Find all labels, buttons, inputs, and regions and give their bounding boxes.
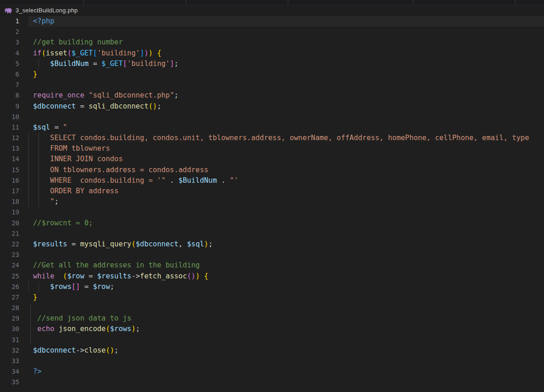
code-token-b1: ) (196, 272, 200, 280)
code-line-content[interactable]: "; (28, 196, 544, 207)
line-number[interactable]: 11 (0, 122, 28, 133)
code-line-content[interactable]: ON tblowners.address = condos.address (28, 165, 544, 175)
indent-guide (28, 143, 29, 154)
code-line-content[interactable]: $BuildNum = $_GET['building']; (28, 59, 544, 69)
code-line-content[interactable]: //Get all the addresses in the building (28, 260, 544, 271)
code-token-sg: $_GET (71, 49, 93, 57)
line-number[interactable]: 34 (0, 366, 28, 377)
line-number[interactable]: 28 (0, 303, 28, 313)
code-token-tag: <?php (33, 17, 55, 25)
code-line: 1<?php (0, 16, 544, 27)
code-token-fn: close (84, 346, 106, 354)
code-line-content[interactable]: SELECT condos.building, condos.unit, tbl… (28, 133, 544, 143)
code-token-op: . (165, 176, 178, 185)
line-number[interactable]: 1 (0, 16, 28, 27)
line-number[interactable]: 7 (0, 80, 28, 90)
code-token-fn: fetch_assoc (140, 272, 187, 280)
line-number[interactable]: 6 (0, 69, 28, 80)
code-line-content[interactable]: $results = mysqli_query($dbconnect, $sql… (28, 239, 544, 250)
code-line-content[interactable] (28, 229, 544, 239)
code-token-var: $sql (187, 240, 204, 248)
line-number[interactable]: 10 (0, 112, 28, 122)
code-line-content[interactable]: require_once "sqli_dbconnect.php"; (28, 90, 544, 101)
code-line-content[interactable]: <?php (28, 16, 544, 27)
line-number[interactable]: 30 (0, 324, 28, 334)
code-line-content[interactable]: //send json data to js (28, 313, 544, 324)
code-editor[interactable]: 1<?php23//get building number4if(isset($… (0, 16, 544, 388)
line-number[interactable]: 27 (0, 292, 28, 303)
code-line-content[interactable] (28, 303, 544, 313)
top-strip-separator (83, 0, 84, 5)
code-line-content[interactable]: while ($row = $results->fetch_assoc()) { (28, 271, 544, 282)
line-number[interactable]: 12 (0, 133, 28, 143)
code-line-content[interactable]: WHERE condos.building = '" . $BuildNum .… (28, 175, 544, 186)
line-number[interactable]: 4 (0, 48, 28, 59)
code-line: 23 (0, 250, 544, 260)
line-number[interactable]: 25 (0, 271, 28, 282)
line-number[interactable]: 16 (0, 175, 28, 186)
code-line-content[interactable]: echo json_encode($rows); (28, 324, 544, 334)
code-line-content[interactable]: ORDER BY address (28, 186, 544, 196)
line-number[interactable]: 8 (0, 90, 28, 101)
code-line-content[interactable] (28, 356, 544, 366)
line-number[interactable]: 31 (0, 335, 28, 345)
code-line-content[interactable] (28, 335, 544, 345)
code-line-content[interactable]: //$rowcnt = 0; (28, 218, 544, 229)
line-number[interactable]: 9 (0, 101, 28, 112)
line-number[interactable]: 32 (0, 345, 28, 356)
code-line-content[interactable] (28, 207, 544, 218)
code-token-cm: //$rowcnt = 0; (33, 219, 93, 227)
line-number[interactable]: 5 (0, 59, 28, 69)
code-line-content[interactable]: } (28, 292, 544, 303)
line-number[interactable]: 13 (0, 143, 28, 154)
code-line-content[interactable]: INNER JOIN condos (28, 154, 544, 164)
indent-guide (38, 196, 39, 207)
code-line-content[interactable]: $rows[] = $row; (28, 282, 544, 292)
code-token-op: = (88, 60, 101, 68)
line-number[interactable]: 20 (0, 218, 28, 229)
code-line-content[interactable] (28, 80, 544, 90)
indent-guide (38, 165, 39, 175)
line-number[interactable]: 17 (0, 186, 28, 196)
line-number[interactable]: 33 (0, 356, 28, 366)
code-line-content[interactable] (28, 250, 544, 260)
code-line-content[interactable]: $sql = " (28, 122, 544, 133)
code-line-content[interactable]: $dbconnect->close(); (28, 345, 544, 356)
code-token-b1: ) (132, 325, 136, 333)
code-line-content[interactable] (28, 112, 544, 122)
code-line: 6} (0, 69, 544, 80)
code-token-op (33, 283, 50, 291)
code-token-op (33, 325, 37, 333)
line-number[interactable]: 22 (0, 239, 28, 250)
line-number[interactable]: 18 (0, 196, 28, 207)
code-line: 28 (0, 303, 544, 313)
code-line-content[interactable]: } (28, 69, 544, 80)
code-token-var: $BuildNum (178, 176, 217, 185)
code-line-content[interactable]: ?> (28, 366, 544, 377)
line-number[interactable]: 19 (0, 207, 28, 218)
code-line-content[interactable]: FROM tblowners (28, 143, 544, 154)
line-number[interactable]: 21 (0, 229, 28, 239)
line-number[interactable]: 3 (0, 37, 28, 48)
window-top-strip (0, 0, 544, 5)
line-number[interactable]: 23 (0, 250, 28, 260)
code-line-content[interactable]: //get building number (28, 37, 544, 48)
line-number[interactable]: 24 (0, 260, 28, 271)
code-line-content[interactable]: $dbconnect = sqli_dbconnect(); (28, 101, 544, 112)
line-number[interactable]: 15 (0, 165, 28, 175)
code-token-var: $dbconnect (136, 240, 178, 248)
line-number[interactable]: 26 (0, 282, 28, 292)
code-token-op: ; (174, 60, 178, 68)
code-token-var: $dbconnect (33, 346, 76, 354)
code-line-content[interactable]: if(isset($_GET['building'])) { (28, 48, 544, 59)
tab-active-file[interactable]: 3_selectBuildLong.php (5, 7, 78, 14)
line-number[interactable]: 29 (0, 313, 28, 324)
code-line-content[interactable] (28, 377, 544, 387)
code-token-b2: ( (67, 49, 71, 57)
line-number[interactable]: 14 (0, 154, 28, 164)
line-number[interactable]: 2 (0, 27, 28, 37)
line-number[interactable]: 35 (0, 377, 28, 387)
code-line-content[interactable] (28, 27, 544, 37)
code-token-op: , (178, 240, 187, 248)
code-token-b1: } (33, 70, 37, 78)
